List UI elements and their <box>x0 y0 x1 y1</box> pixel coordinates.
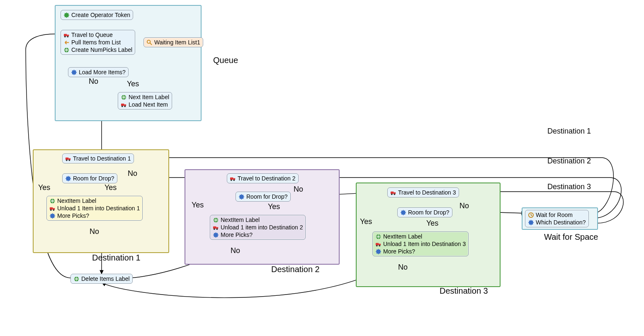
node-d2_block[interactable]: NextItem LabelUnload 1 item into Destina… <box>210 215 306 240</box>
node-d3_block[interactable]: NextItem LabelUnload 1 Item into Destina… <box>372 231 469 256</box>
node-row: Create NumPicks Label <box>63 46 132 54</box>
node-text: NextItem Label <box>383 233 422 240</box>
puzzle-blue-icon <box>213 232 219 238</box>
node-room_d3[interactable]: Room for Drop? <box>397 207 452 217</box>
node-row: Travel to Queue <box>63 31 132 39</box>
node-text: Travel to Queue <box>71 31 113 39</box>
node-text: Next Item Label <box>129 93 169 101</box>
node-text: More Picks? <box>221 231 253 239</box>
node-text: Room for Drop? <box>246 193 288 200</box>
svg-point-38 <box>379 245 380 246</box>
edge-label: No <box>90 227 99 236</box>
node-row: NextItem Label <box>375 233 466 240</box>
svg-point-14 <box>66 159 68 161</box>
edge-label: Destination 2 <box>547 157 591 166</box>
node-text: NextItem Label <box>57 197 96 205</box>
node-d1_block[interactable]: NextItem LabelUnload 1 Item into Destina… <box>46 196 143 221</box>
node-row: NextItem Label <box>213 216 303 224</box>
node-load_more[interactable]: Load More Items? <box>68 67 129 77</box>
group-label-d1: Destination 1 <box>92 253 141 263</box>
node-wait_block[interactable]: Wait for RoomWhich Destination? <box>525 210 589 227</box>
svg-rect-30 <box>391 191 394 194</box>
node-queue_block[interactable]: Travel to QueuePull Items from ListCreat… <box>61 30 135 55</box>
svg-rect-17 <box>50 207 53 209</box>
node-text: Wait for Room <box>536 211 573 219</box>
node-text: Waiting Item List1 <box>154 39 200 46</box>
svg-point-32 <box>391 193 393 195</box>
node-text: Room for Drop? <box>408 209 450 216</box>
svg-point-33 <box>394 193 395 195</box>
node-text: Load Next Item <box>129 101 168 108</box>
truck-icon <box>230 175 236 182</box>
puzzle-blue-icon <box>65 175 71 182</box>
edge-label: No <box>294 185 303 194</box>
node-row: More Picks? <box>375 248 466 255</box>
node-travel_d1[interactable]: Travel to Destination 1 <box>62 153 134 163</box>
node-travel_d3[interactable]: Travel to Destination 3 <box>387 187 459 197</box>
globe-green-icon <box>213 217 219 223</box>
node-row: Wait for Room <box>528 211 586 219</box>
magnify-icon <box>146 39 153 46</box>
node-row: Room for Drop? <box>238 193 288 200</box>
node-row: Travel to Destination 1 <box>65 155 131 162</box>
node-text: Unload 1 item into Destination 2 <box>221 224 303 231</box>
node-next_item_q[interactable]: Next Item LabelLoad Next Item <box>118 92 172 110</box>
node-row: More Picks? <box>49 212 140 219</box>
globe-green-icon <box>49 198 56 204</box>
svg-point-19 <box>50 209 52 211</box>
node-row: Room for Drop? <box>65 175 114 182</box>
svg-rect-0 <box>64 34 67 36</box>
edge-label: Yes <box>192 201 204 209</box>
node-create_token[interactable]: Create Operator Token <box>61 10 133 20</box>
node-row: Create Operator Token <box>63 11 130 19</box>
puzzle-blue-icon <box>375 248 382 255</box>
node-delete_label[interactable]: Delete Items Label <box>70 274 133 284</box>
node-text: Travel to Destination 3 <box>398 189 456 196</box>
svg-point-29 <box>216 228 218 230</box>
node-text: Create Operator Token <box>71 11 130 19</box>
node-text: Unload 1 Item into Destination 3 <box>383 240 466 248</box>
node-row: Which Destination? <box>528 219 586 226</box>
globe-green-icon <box>63 47 70 53</box>
edge-label: Yes <box>104 183 117 192</box>
svg-point-28 <box>214 228 215 230</box>
group-label-d2: Destination 2 <box>271 265 320 274</box>
svg-line-6 <box>150 43 152 45</box>
node-room_d2[interactable]: Room for Drop? <box>236 192 291 202</box>
node-row: Load More Items? <box>71 68 126 76</box>
edge-label: Destination 1 <box>547 127 591 136</box>
truck-icon <box>213 224 219 231</box>
svg-point-37 <box>376 245 378 246</box>
node-text: NextItem Label <box>221 216 260 224</box>
flow-diagram: { "groups": { "queue": {"label":"Queue",… <box>0 0 644 336</box>
globe-green-icon <box>73 276 80 282</box>
node-row: Waiting Item List1 <box>146 39 200 46</box>
puzzle-blue-icon <box>528 219 534 226</box>
truck-icon <box>390 190 396 196</box>
edge-label: No <box>231 246 240 255</box>
svg-rect-35 <box>376 243 379 245</box>
wait-icon <box>528 212 534 218</box>
node-room_d1[interactable]: Room for Drop? <box>62 173 117 183</box>
node-text: Which Destination? <box>536 219 586 226</box>
node-text: Travel to Destination 1 <box>73 155 131 162</box>
puzzle-blue-icon <box>238 194 245 200</box>
node-row: Travel to Destination 3 <box>390 189 456 196</box>
svg-rect-12 <box>66 157 69 160</box>
node-travel_d2[interactable]: Travel to Destination 2 <box>227 173 299 183</box>
svg-point-10 <box>122 105 123 107</box>
truck-icon <box>65 156 71 162</box>
edge-label: Yes <box>268 202 280 211</box>
svg-point-15 <box>68 159 70 161</box>
svg-point-2 <box>64 36 66 37</box>
truck-icon <box>375 241 382 247</box>
edge-label: No <box>398 263 408 272</box>
puzzle-green-icon <box>63 12 70 18</box>
node-waiting_list[interactable]: Waiting Item List1 <box>143 37 203 47</box>
svg-point-20 <box>53 209 54 211</box>
svg-point-5 <box>147 40 151 43</box>
puzzle-blue-icon <box>71 69 77 75</box>
node-text: Delete Items Label <box>81 275 130 282</box>
svg-rect-8 <box>121 103 124 106</box>
svg-point-24 <box>233 179 235 181</box>
